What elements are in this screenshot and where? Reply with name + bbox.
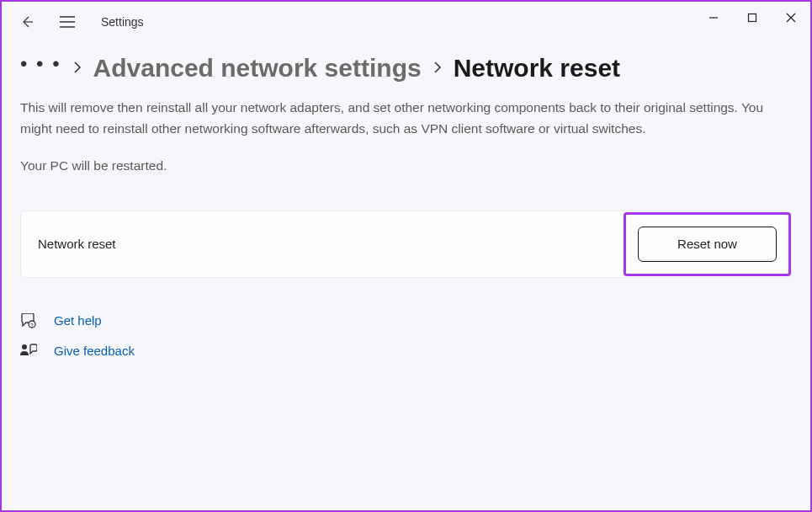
restart-note: Your PC will be restarted. — [20, 158, 792, 173]
close-icon — [786, 13, 796, 23]
svg-point-3 — [22, 344, 27, 349]
highlight-box: Reset now — [624, 212, 791, 276]
description-text: This will remove then reinstall all your… — [20, 98, 786, 140]
give-feedback-link[interactable]: Give feedback — [54, 344, 135, 358]
give-feedback-item[interactable]: Give feedback — [20, 344, 792, 358]
feedback-icon — [20, 344, 37, 357]
titlebar: Settings — [2, 2, 810, 42]
breadcrumb-overflow-button[interactable]: • • • — [20, 52, 61, 84]
maximize-icon — [747, 13, 757, 23]
chevron-right-icon — [433, 60, 442, 77]
hamburger-icon — [60, 16, 75, 28]
minimize-icon — [709, 13, 719, 23]
menu-button[interactable] — [50, 5, 84, 39]
window-controls — [694, 2, 810, 34]
app-title: Settings — [101, 15, 144, 29]
close-button[interactable] — [772, 2, 810, 34]
help-links: ? Get help Give feedback — [20, 313, 792, 358]
minimize-button[interactable] — [694, 2, 733, 34]
breadcrumb-current: Network reset — [454, 54, 620, 83]
svg-rect-0 — [749, 14, 756, 22]
reset-now-button[interactable]: Reset now — [638, 227, 777, 262]
back-arrow-icon — [20, 15, 34, 29]
get-help-item[interactable]: ? Get help — [20, 313, 792, 328]
get-help-link[interactable]: Get help — [54, 313, 102, 328]
help-icon: ? — [20, 313, 37, 328]
breadcrumb: • • • Advanced network settings Network … — [2, 42, 810, 98]
chevron-right-icon — [73, 60, 82, 77]
reset-row-label: Network reset — [38, 237, 116, 251]
back-button[interactable] — [10, 5, 44, 39]
reset-row: Network reset Reset now — [20, 211, 792, 278]
maximize-button[interactable] — [733, 2, 772, 34]
breadcrumb-parent-link[interactable]: Advanced network settings — [93, 54, 422, 83]
main-content: This will remove then reinstall all your… — [2, 98, 810, 358]
